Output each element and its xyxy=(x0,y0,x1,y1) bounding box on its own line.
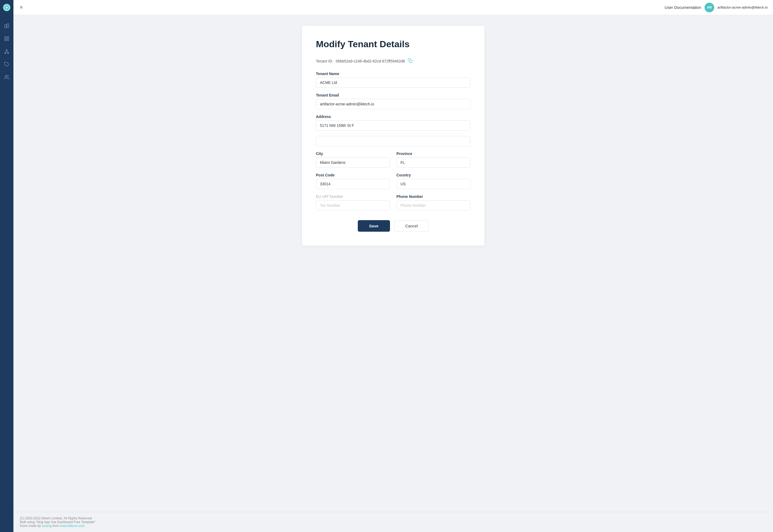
svg-rect-1 xyxy=(5,25,7,28)
main-content: Modify Tenant Details Tenant ID: 06bb52a… xyxy=(13,15,773,512)
tenant-name-input[interactable] xyxy=(316,77,470,88)
save-button[interactable]: Save xyxy=(358,220,390,232)
city-group: City xyxy=(316,152,390,168)
tenant-id-label: Tenant ID: xyxy=(316,59,333,63)
province-group: Province xyxy=(396,152,470,168)
svg-point-18 xyxy=(5,75,7,77)
svg-rect-19 xyxy=(410,60,412,63)
phone-group: Phone Number xyxy=(396,194,470,210)
tenant-email-input[interactable] xyxy=(316,99,470,109)
cancel-button[interactable]: Cancel xyxy=(394,220,429,232)
header-title: User Documentation xyxy=(665,5,701,10)
tenant-name-group: Tenant Name xyxy=(316,72,470,88)
footer: (C) 2020-2022 IKtech Limited. All Rights… xyxy=(13,512,773,532)
form-card: Modify Tenant Details Tenant ID: 06bb52a… xyxy=(302,26,484,246)
tenant-name-label: Tenant Name xyxy=(316,72,470,76)
vat-phone-row: EU VAT Number Phone Number xyxy=(316,194,470,210)
sidebar-item-tag[interactable] xyxy=(1,59,12,70)
svg-point-11 xyxy=(6,50,7,50)
footer-icons-credit: Icons made by surang from www.flaticon.c… xyxy=(20,524,767,528)
header-left: ≡ xyxy=(0,0,25,15)
address-label: Address xyxy=(316,114,470,119)
svg-rect-2 xyxy=(7,24,9,28)
eu-vat-group: EU VAT Number xyxy=(316,194,390,210)
form-title: Modify Tenant Details xyxy=(316,39,470,50)
phone-label: Phone Number xyxy=(396,194,470,199)
city-label: City xyxy=(316,152,390,156)
sidebar-item-grid[interactable] xyxy=(1,33,12,44)
postcode-country-row: Post Code Country xyxy=(316,173,470,189)
city-input[interactable] xyxy=(316,157,390,168)
svg-line-15 xyxy=(7,50,8,53)
address-line1-input[interactable] xyxy=(316,120,470,131)
surang-link[interactable]: surang xyxy=(42,524,51,528)
footer-built-with: Built using "Sing App Vue Dashboard Free… xyxy=(20,520,767,524)
address-line2-input[interactable] xyxy=(316,136,470,146)
hamburger-button[interactable]: ≡ xyxy=(18,3,25,11)
eu-vat-label: EU VAT Number xyxy=(316,194,390,199)
country-label: Country xyxy=(396,173,470,177)
postcode-label: Post Code xyxy=(316,173,390,177)
svg-rect-8 xyxy=(7,37,9,38)
address-line1-group: Address xyxy=(316,114,470,131)
svg-rect-10 xyxy=(7,39,9,41)
tenant-email-label: Tenant Email xyxy=(316,93,470,97)
button-row: Save Cancel xyxy=(316,220,470,232)
province-input[interactable] xyxy=(396,157,470,168)
sidebar-item-users[interactable] xyxy=(1,72,12,83)
user-email: artifactor-acme-admin@iktech.io xyxy=(717,5,768,9)
copy-icon[interactable] xyxy=(408,58,413,64)
svg-line-14 xyxy=(5,50,7,53)
logo-icon xyxy=(3,4,10,11)
svg-rect-9 xyxy=(5,39,6,41)
avatar: AR xyxy=(705,3,714,12)
province-label: Province xyxy=(396,152,470,156)
postcode-input[interactable] xyxy=(316,179,390,189)
sidebar-item-buildings[interactable] xyxy=(1,20,12,31)
svg-rect-7 xyxy=(5,37,6,38)
header-right: User Documentation AR artifactor-acme-ad… xyxy=(665,3,768,12)
postcode-group: Post Code xyxy=(316,173,390,189)
sidebar xyxy=(0,15,13,532)
footer-copyright: (C) 2020-2022 IKtech Limited. All Rights… xyxy=(20,516,767,520)
tenant-email-group: Tenant Email xyxy=(316,93,470,109)
logo-area xyxy=(0,0,13,15)
country-group: Country xyxy=(396,173,470,189)
eu-vat-input[interactable] xyxy=(316,200,390,210)
country-input[interactable] xyxy=(396,179,470,189)
city-province-row: City Province xyxy=(316,152,470,168)
top-header: ≡ User Documentation AR artifactor-acme-… xyxy=(0,0,773,15)
sidebar-item-network[interactable] xyxy=(1,46,12,57)
address-line2-group xyxy=(316,136,470,146)
phone-input[interactable] xyxy=(396,200,470,210)
tenant-id-row: Tenant ID: 06bb52a9-c248-4bd2-82cd-872ff… xyxy=(316,58,470,64)
tenant-id-value: 06bb52a9-c248-4bd2-82cd-872ff59462d6 xyxy=(336,59,405,63)
flaticon-link[interactable]: www.flaticon.com xyxy=(60,524,85,528)
